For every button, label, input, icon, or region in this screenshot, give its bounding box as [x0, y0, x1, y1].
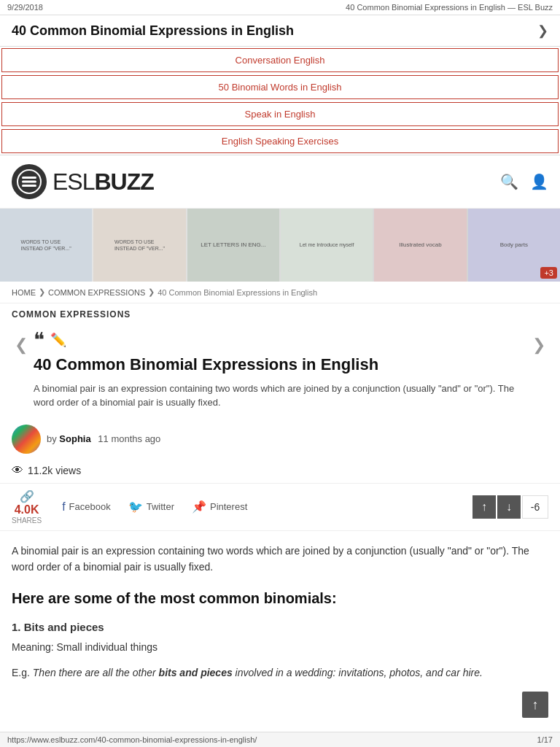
page-heading: 40 Common Binomial Expressions in Englis… [12, 23, 294, 39]
views-row: 👁 11.2k views [0, 461, 560, 483]
article-item1-meaning: Meaning: Small individual things [12, 639, 548, 655]
twitter-share-btn[interactable]: 🐦 Twitter [120, 495, 183, 518]
header-icons: 🔍 👤 [500, 173, 548, 190]
article-item1-example: E.g. Then there are all the other bits a… [12, 665, 548, 681]
twitter-icon: 🐦 [128, 500, 143, 514]
facebook-icon: f [62, 500, 65, 514]
shares-label: SHARES [12, 516, 42, 525]
browser-date: 9/29/2018 [7, 3, 43, 12]
nav-link-conversation[interactable]: Conversation English [1, 48, 559, 72]
article-title: 40 Common Binomial Expressions in Englis… [34, 355, 526, 376]
share-count: 🔗 4.0K SHARES [12, 489, 42, 525]
breadcrumb-current: 40 Common Binomial Expressions in Englis… [158, 288, 317, 297]
breadcrumb-sep2: ❯ [148, 287, 155, 297]
banner-badge: +3 [540, 267, 557, 279]
author-avatar [12, 425, 41, 454]
logo-icon [12, 164, 47, 199]
pinterest-share-btn[interactable]: 📌 Pinterest [183, 495, 256, 518]
svg-rect-3 [22, 185, 36, 187]
nav-links-bar: Conversation English 50 Binomial Words i… [0, 47, 560, 155]
share-row: 🔗 4.0K SHARES f Facebook 🐦 Twitter 📌 Pin… [0, 483, 560, 531]
article-icon-row: ❝ ✏️ [34, 330, 526, 350]
facebook-share-btn[interactable]: f Facebook [53, 496, 120, 518]
eye-icon: 👁 [12, 464, 23, 477]
banner-area: WORDS TO USEINSTEAD OF "VER..." WORDS TO… [0, 209, 560, 282]
article-nav: ❮ ❝ ✏️ 40 Common Binomial Expressions in… [12, 330, 548, 417]
pen-icon: ✏️ [50, 332, 66, 348]
article-content-inner: ❝ ✏️ 40 Common Binomial Expressions in E… [31, 330, 529, 417]
banner-slide-4: Let me Introduce myself [281, 209, 373, 282]
shares-number: 4.0K [15, 503, 39, 516]
article-excerpt: A binomial pair is an expression contain… [34, 382, 526, 410]
nav-link-50binomial[interactable]: 50 Binomial Words in English [1, 75, 559, 99]
nav-link-speak[interactable]: Speak in English [1, 102, 559, 126]
user-icon[interactable]: 👤 [530, 173, 548, 190]
vote-area: ↑ ↓ -6 [472, 495, 548, 519]
logo-area: ESLBUZZ [12, 164, 154, 199]
banner-slide-2: WORDS TO USEINSTEAD OF "VER..." [93, 209, 185, 282]
banner-slide-1: WORDS TO USEINSTEAD OF "VER..." [0, 209, 92, 282]
pinterest-icon: 📌 [192, 500, 206, 514]
breadcrumb-home[interactable]: HOME [12, 288, 36, 297]
author-name[interactable]: Sophia [59, 433, 90, 444]
breadcrumb-section[interactable]: COMMON EXPRESSIONS [48, 288, 145, 297]
svg-rect-2 [22, 181, 36, 183]
upvote-button[interactable]: ↑ [472, 495, 496, 519]
scroll-to-top-button[interactable]: ↑ [522, 692, 548, 701]
section-label: COMMON EXPRESSIONS [0, 303, 560, 322]
breadcrumb: HOME ❯ COMMON EXPRESSIONS ❯ 40 Common Bi… [0, 282, 560, 303]
search-icon[interactable]: 🔍 [500, 173, 518, 190]
downvote-button[interactable]: ↓ [497, 495, 521, 519]
svg-rect-1 [22, 177, 36, 179]
next-arrow[interactable]: ❯ [537, 23, 548, 39]
breadcrumb-sep1: ❯ [39, 287, 45, 297]
nav-link-exercises[interactable]: English Speaking Exercises [1, 129, 559, 153]
article-item1-title: 1. Bits and pieces [12, 619, 548, 636]
vote-count: -6 [522, 495, 548, 519]
prev-arrow[interactable]: ❮ [12, 336, 31, 355]
banner-slide-6: Body parts +3 [468, 209, 560, 282]
article-body: A binomial pair is an expression contain… [0, 531, 560, 702]
article-heading-1: Here are some of the most common binomia… [12, 587, 548, 610]
banner-slide-5: Illustrated vocab [374, 209, 466, 282]
top-bar: 9/29/2018 40 Common Binomial Expressions… [0, 0, 560, 15]
quote-icon: ❝ [34, 330, 44, 350]
views-count: 11.2k views [28, 465, 81, 476]
author-row: by Sophia 11 months ago [0, 425, 560, 454]
share-icon: 🔗 [20, 489, 34, 503]
article-intro-para: A binomial pair is an expression contain… [12, 543, 548, 576]
banner-slide-3: LET LETTERS IN ENG... [187, 209, 279, 282]
logo-text: ESLBUZZ [52, 169, 154, 196]
next-arrow-article[interactable]: ❯ [529, 336, 548, 355]
browser-title: 40 Common Binomial Expressions in Englis… [346, 3, 553, 12]
site-header: ESLBUZZ 🔍 👤 [0, 155, 560, 209]
author-time: 11 months ago [98, 433, 160, 444]
author-info: by Sophia 11 months ago [47, 433, 160, 444]
article-container: ❮ ❝ ✏️ 40 Common Binomial Expressions in… [0, 322, 560, 425]
